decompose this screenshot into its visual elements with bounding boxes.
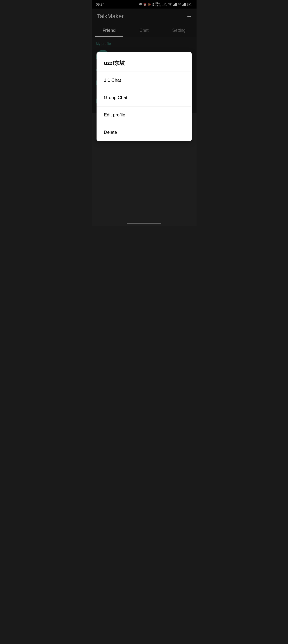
context-menu-item-delete[interactable]: Delete [97, 124, 192, 141]
main-content: 09:34 💬 ⏰ 🔕 21.0KB/S HD [92, 0, 197, 226]
context-menu-title: uzzf东坡 [97, 52, 192, 72]
context-menu-item-1-1-chat[interactable]: 1:1 Chat [97, 72, 192, 89]
context-menu-item-edit-profile[interactable]: Edit profile [97, 107, 192, 124]
context-menu: uzzf东坡 1:1 Chat Group Chat Edit profile … [97, 52, 192, 141]
context-menu-item-group-chat[interactable]: Group Chat [97, 89, 192, 106]
